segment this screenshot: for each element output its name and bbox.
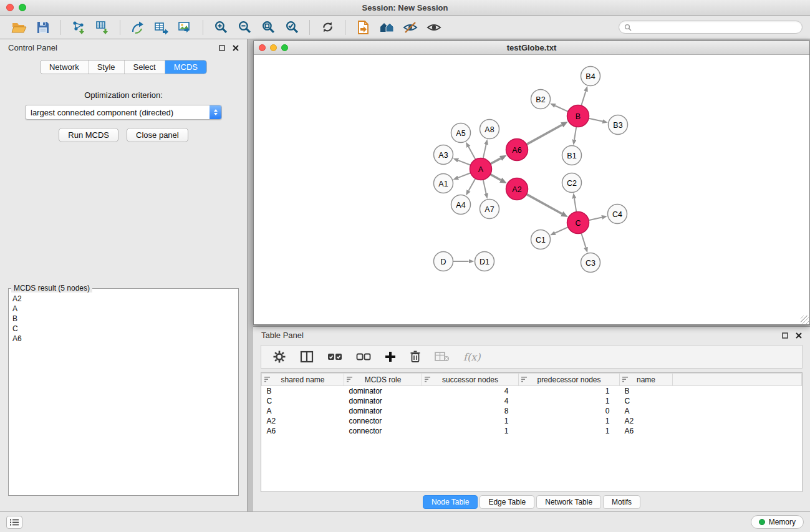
edge-A-A5[interactable] bbox=[468, 147, 475, 159]
node-A8[interactable]: A8 bbox=[480, 120, 499, 139]
float-table-panel-icon[interactable] bbox=[782, 332, 788, 339]
function-builder-button[interactable]: f(x) bbox=[463, 351, 480, 363]
node-C2[interactable]: C2 bbox=[562, 173, 582, 193]
show-graphics-details-button[interactable] bbox=[422, 18, 446, 37]
tab-mcds[interactable]: MCDS bbox=[165, 60, 206, 74]
network-nodes[interactable]: B4B2BB3A5A8A6B1A3AC2A1A2A4A7CC4C1C3DD1 bbox=[434, 67, 628, 273]
edge-B-B4[interactable] bbox=[581, 91, 586, 105]
edge-A-A2[interactable] bbox=[490, 174, 501, 180]
close-table-panel-icon[interactable] bbox=[796, 332, 802, 339]
zoom-network-window-button[interactable] bbox=[281, 44, 288, 51]
tab-select[interactable]: Select bbox=[124, 60, 165, 74]
window-resize-grip[interactable] bbox=[801, 316, 809, 324]
table-row[interactable]: Adominator80A bbox=[262, 406, 802, 416]
node-D[interactable]: D bbox=[434, 252, 453, 271]
column-header-predecessor-nodes[interactable]: predecessor nodes bbox=[519, 374, 620, 386]
create-column-button[interactable] bbox=[385, 351, 396, 362]
node-C1[interactable]: C1 bbox=[531, 230, 551, 249]
node-B[interactable]: B bbox=[567, 105, 589, 127]
edge-C-C1[interactable] bbox=[555, 227, 568, 233]
mcds-result-item[interactable]: A2 bbox=[9, 294, 238, 304]
mcds-result-item[interactable]: A bbox=[9, 304, 238, 314]
export-table-button[interactable] bbox=[150, 18, 173, 37]
node-A5[interactable]: A5 bbox=[451, 123, 471, 143]
tab-network[interactable]: Network bbox=[41, 60, 88, 74]
import-document-button[interactable] bbox=[351, 18, 375, 37]
save-session-button[interactable] bbox=[31, 18, 55, 37]
node-D1[interactable]: D1 bbox=[475, 252, 494, 271]
run-mcds-button[interactable]: Run MCDS bbox=[59, 128, 118, 142]
node-C[interactable]: C bbox=[567, 212, 589, 234]
column-header-mcds-role[interactable]: MCDS role bbox=[344, 374, 422, 386]
deselect-all-button[interactable] bbox=[356, 351, 371, 362]
node-A1[interactable]: A1 bbox=[434, 174, 453, 193]
node-B1[interactable]: B1 bbox=[562, 146, 582, 165]
table-row[interactable]: Cdominator41C bbox=[262, 396, 802, 406]
network-canvas[interactable]: B4B2BB3A5A8A6B1A3AC2A1A2A4A7CC4C1C3DD1 bbox=[254, 55, 809, 324]
open-session-button[interactable] bbox=[7, 18, 31, 37]
tab-style[interactable]: Style bbox=[88, 60, 124, 74]
mcds-result-item[interactable]: A6 bbox=[9, 334, 238, 344]
table-row[interactable]: A2connector11A2 bbox=[262, 416, 802, 426]
close-window-button[interactable] bbox=[6, 4, 14, 11]
show-panels-button[interactable] bbox=[6, 516, 22, 529]
show-columns-button[interactable] bbox=[300, 351, 314, 363]
zoom-fit-button[interactable] bbox=[256, 18, 280, 37]
table-settings-button[interactable] bbox=[272, 350, 286, 364]
close-panel-icon[interactable] bbox=[233, 45, 239, 51]
zoom-window-button[interactable] bbox=[19, 4, 26, 11]
edge-B-B2[interactable] bbox=[555, 105, 568, 111]
table-row[interactable]: A6connector11A6 bbox=[262, 426, 802, 436]
column-header-successor-nodes[interactable]: successor nodes bbox=[422, 374, 519, 386]
node-B2[interactable]: B2 bbox=[531, 90, 551, 109]
table-row[interactable]: Bdominator41B bbox=[262, 386, 802, 396]
import-table-button[interactable] bbox=[90, 18, 114, 37]
export-network-button[interactable] bbox=[126, 18, 150, 37]
node-C4[interactable]: C4 bbox=[608, 205, 627, 224]
edge-A-A6[interactable] bbox=[490, 158, 501, 164]
edge-A-A7[interactable] bbox=[483, 180, 486, 193]
edge-A6-B[interactable] bbox=[526, 125, 562, 144]
edge-C-C4[interactable] bbox=[589, 218, 602, 221]
float-panel-icon[interactable] bbox=[219, 45, 225, 51]
zoom-in-button[interactable] bbox=[209, 18, 233, 37]
home-view-button[interactable] bbox=[375, 18, 398, 37]
node-B3[interactable]: B3 bbox=[609, 115, 628, 135]
edge-C-C2[interactable] bbox=[574, 198, 576, 212]
search-input[interactable] bbox=[635, 23, 797, 32]
refresh-view-button[interactable] bbox=[316, 18, 339, 37]
node-A6[interactable]: A6 bbox=[506, 139, 528, 161]
edge-A-A8[interactable] bbox=[483, 145, 486, 158]
edge-B-B1[interactable] bbox=[574, 127, 576, 140]
edge-B-B3[interactable] bbox=[589, 118, 602, 122]
node-C3[interactable]: C3 bbox=[581, 253, 600, 273]
export-image-button[interactable] bbox=[173, 18, 197, 37]
close-panel-button[interactable]: Close panel bbox=[127, 128, 188, 142]
close-network-window-button[interactable] bbox=[259, 44, 266, 51]
edge-A2-C[interactable] bbox=[526, 194, 562, 213]
table-tab-edge-table[interactable]: Edge Table bbox=[480, 495, 534, 509]
table-tab-motifs[interactable]: Motifs bbox=[603, 495, 640, 509]
node-A3[interactable]: A3 bbox=[434, 145, 453, 165]
node-A4[interactable]: A4 bbox=[451, 195, 471, 215]
memory-button[interactable]: Memory bbox=[751, 515, 804, 529]
table-tab-node-table[interactable]: Node Table bbox=[423, 495, 478, 509]
minimize-network-window-button[interactable] bbox=[270, 44, 277, 51]
network-graph[interactable]: B4B2BB3A5A8A6B1A3AC2A1A2A4A7CC4C1C3DD1 bbox=[254, 55, 809, 324]
table-tab-network-table[interactable]: Network Table bbox=[536, 495, 601, 509]
zoom-selected-button[interactable] bbox=[280, 18, 304, 37]
edge-A-A4[interactable] bbox=[468, 178, 475, 191]
select-all-button[interactable] bbox=[327, 351, 342, 362]
node-A7[interactable]: A7 bbox=[480, 200, 499, 219]
zoom-out-button[interactable] bbox=[233, 18, 256, 37]
column-header-name[interactable]: name bbox=[620, 374, 673, 386]
optimization-criterion-select[interactable]: largest connected component (directed) bbox=[25, 105, 222, 120]
column-header-shared-name[interactable]: shared name bbox=[262, 374, 344, 386]
edge-A-A3[interactable] bbox=[458, 160, 471, 165]
delete-column-button[interactable] bbox=[410, 351, 421, 363]
edge-A-A1[interactable] bbox=[458, 173, 471, 178]
node-A2[interactable]: A2 bbox=[506, 178, 528, 200]
node-A[interactable]: A bbox=[470, 158, 492, 180]
delete-table-button[interactable] bbox=[435, 351, 450, 362]
mcds-result-item[interactable]: B bbox=[9, 314, 238, 324]
